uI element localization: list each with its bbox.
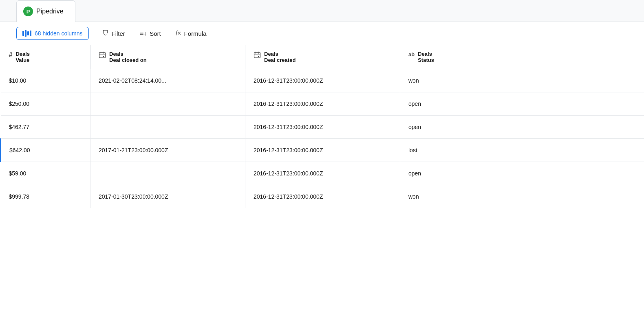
col-created-subtitle: Deal created: [264, 57, 296, 63]
column-header-created[interactable]: Deals Deal created: [245, 45, 400, 69]
cell-status: won: [400, 185, 644, 208]
tab-bar: P Pipedrive: [0, 0, 644, 22]
toolbar-sep-1: [92, 29, 93, 37]
cell-value: $462.77: [1, 116, 90, 139]
svg-point-4: [103, 56, 104, 57]
cell-status: open: [400, 162, 644, 185]
table-row[interactable]: $59.002016-12-31T23:00:00.000Zopen: [1, 162, 644, 185]
sort-button[interactable]: ≡↓ Sort: [133, 27, 168, 40]
cell-status: won: [400, 69, 644, 92]
cell-closed: 2021-02-02T08:24:14.00...: [90, 69, 245, 92]
table-row[interactable]: $642.002017-01-21T23:00:00.000Z2016-12-3…: [1, 139, 644, 162]
column-header-closed[interactable]: Deals Deal closed on: [90, 45, 245, 69]
cell-value: $999.78: [1, 185, 90, 208]
cell-status: lost: [400, 139, 644, 162]
hidden-columns-button[interactable]: 68 hidden columns: [16, 27, 89, 40]
cell-closed: 2017-01-30T23:00:00.000Z: [90, 185, 245, 208]
hidden-columns-label: 68 hidden columns: [35, 30, 83, 37]
cell-value: $642.00: [1, 139, 90, 162]
formula-button[interactable]: f× Formula: [169, 27, 213, 40]
table-row[interactable]: $999.782017-01-30T23:00:00.000Z2016-12-3…: [1, 185, 644, 208]
cell-value: $250.00: [1, 92, 90, 116]
table-row[interactable]: $462.772016-12-31T23:00:00.000Zopen: [1, 116, 644, 139]
svg-point-9: [258, 56, 259, 57]
cell-closed: [90, 162, 245, 185]
pipedrive-tab[interactable]: P Pipedrive: [16, 0, 75, 22]
filter-icon: ⛉: [102, 30, 109, 37]
sort-label: Sort: [150, 30, 161, 37]
svg-rect-5: [254, 53, 260, 58]
table-row[interactable]: $10.002021-02-02T08:24:14.00...2016-12-3…: [1, 69, 644, 92]
tab-label: Pipedrive: [36, 8, 64, 15]
cell-created: 2016-12-31T23:00:00.000Z: [245, 92, 400, 116]
cell-created: 2016-12-31T23:00:00.000Z: [245, 139, 400, 162]
data-table-container: # Deals Value: [0, 45, 644, 208]
cell-created: 2016-12-31T23:00:00.000Z: [245, 116, 400, 139]
pipedrive-logo: P: [23, 7, 33, 16]
col-status-subtitle: Status: [418, 57, 434, 63]
col-status-category: Deals: [418, 51, 434, 57]
filter-label: Filter: [112, 30, 125, 37]
columns-icon: [22, 30, 31, 37]
col-value-category: Deals: [15, 51, 30, 57]
toolbar: 68 hidden columns ⛉ Filter ≡↓ Sort f× Fo…: [0, 22, 644, 45]
calendar-created-icon: [254, 51, 261, 60]
data-table: # Deals Value: [0, 45, 644, 208]
cell-value: $10.00: [1, 69, 90, 92]
calendar-closed-icon: [99, 51, 106, 60]
cell-created: 2016-12-31T23:00:00.000Z: [245, 69, 400, 92]
cell-status: open: [400, 92, 644, 116]
col-closed-subtitle: Deal closed on: [109, 57, 147, 63]
col-closed-category: Deals: [109, 51, 147, 57]
cell-status: open: [400, 116, 644, 139]
ab-icon: ab: [408, 51, 415, 57]
table-header-row: # Deals Value: [1, 45, 644, 69]
cell-value: $59.00: [1, 162, 90, 185]
sort-icon: ≡↓: [140, 30, 147, 37]
filter-button[interactable]: ⛉ Filter: [96, 27, 132, 40]
hash-icon: #: [9, 51, 13, 59]
cell-closed: [90, 116, 245, 139]
formula-icon: f×: [176, 30, 181, 37]
column-header-status[interactable]: ab Deals Status: [400, 45, 644, 69]
cell-created: 2016-12-31T23:00:00.000Z: [245, 162, 400, 185]
table-row[interactable]: $250.002016-12-31T23:00:00.000Zopen: [1, 92, 644, 116]
col-value-subtitle: Value: [15, 57, 30, 63]
column-header-value[interactable]: # Deals Value: [1, 45, 90, 69]
cell-created: 2016-12-31T23:00:00.000Z: [245, 185, 400, 208]
cell-closed: [90, 92, 245, 116]
svg-rect-0: [99, 53, 106, 58]
cell-closed: 2017-01-21T23:00:00.000Z: [90, 139, 245, 162]
formula-label: Formula: [184, 30, 207, 37]
col-created-category: Deals: [264, 51, 296, 57]
